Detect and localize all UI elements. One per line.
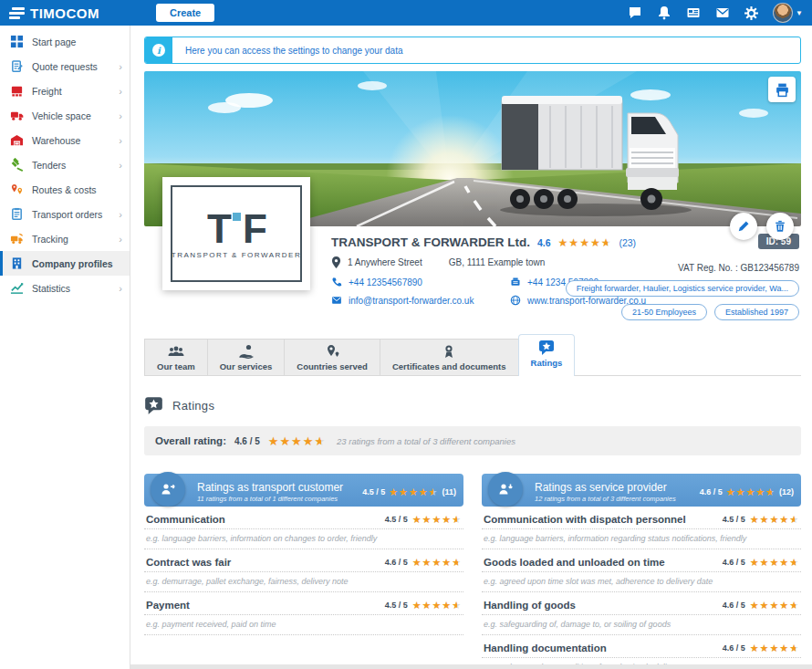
section-title: Ratings: [172, 399, 214, 413]
rating-hint: e.g. demurrage, pallet exchange, fairnes…: [144, 572, 463, 592]
company-rating-value: 4.6: [537, 237, 551, 248]
timocom-logo-icon: [9, 7, 25, 19]
gavel-icon: [10, 158, 24, 172]
sidebar-item-label: Freight: [32, 86, 62, 97]
card-count: (12): [779, 487, 794, 497]
sidebar-item-label: Transport orders: [32, 209, 102, 220]
phone-icon: [331, 277, 342, 287]
tab-label: Certificates and documents: [392, 361, 506, 371]
mail-icon[interactable]: [714, 5, 730, 21]
tab-certificates[interactable]: Certificates and documents: [380, 339, 519, 375]
sidebar-item-quote-requests[interactable]: Quote requests: [0, 54, 130, 78]
ratings-icon: [538, 340, 555, 355]
tab-ratings[interactable]: Ratings: [518, 334, 576, 376]
sidebar-item-label: Company profiles: [32, 258, 113, 269]
sidebar-item-start-page[interactable]: Start page: [0, 29, 130, 54]
avatar: [773, 3, 793, 23]
logo-letter-f: F: [243, 209, 265, 249]
tab-our-team[interactable]: Our team: [144, 339, 208, 375]
rating-label: Handling of goods: [484, 600, 576, 611]
sidebar-item-company-profiles[interactable]: Company profiles: [0, 251, 130, 276]
company-name: TRANSPORT & FORWARDER Ltd.: [331, 235, 530, 249]
sidebar-item-routes-costs[interactable]: Routes & costs: [0, 177, 130, 202]
building-icon: [10, 256, 24, 270]
tab-label: Our services: [220, 361, 273, 371]
rating-row: Goods loaded and unloaded on time 4.6 / …: [482, 549, 801, 592]
tab-countries-served[interactable]: Countries served: [284, 339, 380, 375]
ratings-card-service-provider: Ratings as service provider 12 ratings f…: [482, 474, 801, 669]
brand-name: TIMOCOM: [30, 5, 99, 21]
sidebar-item-statistics[interactable]: Statistics: [0, 276, 130, 300]
tab-our-services[interactable]: Our services: [207, 339, 286, 375]
tag-business-types[interactable]: Freight forwarder, Haulier, Logistics se…: [566, 280, 799, 297]
delete-button[interactable]: [766, 213, 794, 240]
company-rating-count[interactable]: (23): [619, 237, 636, 248]
gear-icon[interactable]: [744, 5, 759, 21]
chart-icon: [10, 281, 24, 295]
rating-stars: ★★★★★★★★★★: [412, 558, 462, 568]
overall-rating-score: 4.6 / 5: [234, 436, 260, 446]
sidebar-item-freight[interactable]: Freight: [0, 78, 130, 103]
user-menu[interactable]: ▼: [773, 3, 803, 23]
tab-label: Countries served: [297, 361, 368, 371]
card-subtitle: 11 ratings from a total of 1 different c…: [197, 495, 343, 503]
vat-value: GB123456789: [740, 263, 799, 273]
warehouse-icon: [10, 133, 24, 147]
rating-score: 4.6 / 5: [723, 558, 745, 567]
company-email[interactable]: info@transport-forwarder.co.uk: [331, 295, 510, 306]
sidebar-item-transport-orders[interactable]: Transport orders: [0, 202, 130, 226]
sidebar-item-vehicle-space[interactable]: Vehicle space: [0, 103, 130, 128]
overall-rating-note: 23 ratings from a total of 3 different c…: [337, 436, 515, 446]
rating-stars: ★★★★★★★★★★: [750, 515, 799, 525]
logo-blue-dot: [233, 213, 241, 221]
sidebar-item-tenders[interactable]: Tenders: [0, 152, 130, 177]
overall-rating-bar: Overall rating: 4.6 / 5 ★★★★★★★★★★ 23 ra…: [144, 426, 801, 455]
tracking-icon: [10, 232, 24, 246]
rating-score: 4.6 / 5: [723, 643, 745, 653]
company-street: 1 Anywhere Street: [348, 257, 422, 267]
company-phone-number: +44 12354567890: [349, 277, 422, 287]
logo-caption: TRANSPORT & FORWARDER: [172, 251, 301, 259]
rating-row: Contract was fair 4.6 / 5★★★★★★★★★★ e.g.…: [144, 549, 463, 592]
card-title: Ratings as service provider: [535, 481, 676, 494]
print-button[interactable]: [768, 77, 796, 102]
provider-person-icon: [488, 472, 523, 507]
rating-stars: ★★★★★★★★★★: [750, 643, 799, 653]
sidebar-item-tracking[interactable]: Tracking: [0, 226, 130, 251]
fax-icon: [510, 277, 521, 287]
rating-label: Communication with dispatch personnel: [484, 514, 686, 525]
countries-icon: [325, 344, 340, 359]
orders-icon: [10, 207, 24, 221]
chevron-down-icon: ▼: [796, 9, 803, 17]
info-banner-text: Here you can access the settings to chan…: [172, 37, 402, 63]
tag-employees[interactable]: 21-50 Employees: [621, 304, 707, 320]
chat-icon[interactable]: [627, 5, 642, 21]
edit-button[interactable]: [730, 213, 757, 240]
globe-icon: [510, 295, 521, 306]
rating-label: Contract was fair: [146, 557, 231, 568]
card-count: (11): [442, 487, 456, 497]
company-logo-frame: T F TRANSPORT & FORWARDER: [171, 185, 302, 282]
tag-established[interactable]: Established 1997: [714, 304, 799, 320]
rating-score: 4.5 / 5: [385, 601, 408, 610]
news-icon[interactable]: [685, 5, 701, 21]
company-phone[interactable]: +44 12354567890: [331, 277, 510, 287]
sidebar-item-warehouse[interactable]: Warehouse: [0, 128, 130, 152]
bell-icon[interactable]: [656, 5, 671, 21]
rating-score: 4.5 / 5: [723, 515, 745, 524]
sidebar-item-label: Warehouse: [32, 135, 80, 146]
ratings-section-header: Ratings: [144, 396, 801, 414]
rating-row: Communication with dispatch personnel 4.…: [482, 507, 801, 549]
create-button[interactable]: Create: [156, 4, 214, 22]
sidebar-item-label: Routes & costs: [32, 184, 97, 195]
rating-row: Payment 4.5 / 5★★★★★★★★★★ e.g. payment r…: [144, 592, 463, 635]
quote-icon: [10, 59, 24, 73]
timocom-logo[interactable]: TIMOCOM: [9, 5, 99, 21]
customer-person-icon: [151, 472, 185, 507]
freight-icon: [10, 84, 24, 98]
vat-number: VAT Reg. No. : GB123456789: [678, 263, 799, 273]
card-subtitle: 12 ratings from a total of 3 different c…: [535, 495, 676, 503]
rating-stars: ★★★★★★★★★★: [412, 515, 462, 525]
rating-stars: ★★★★★★★★★★: [750, 601, 799, 611]
card-header: Ratings as transport customer 11 ratings…: [144, 474, 463, 507]
